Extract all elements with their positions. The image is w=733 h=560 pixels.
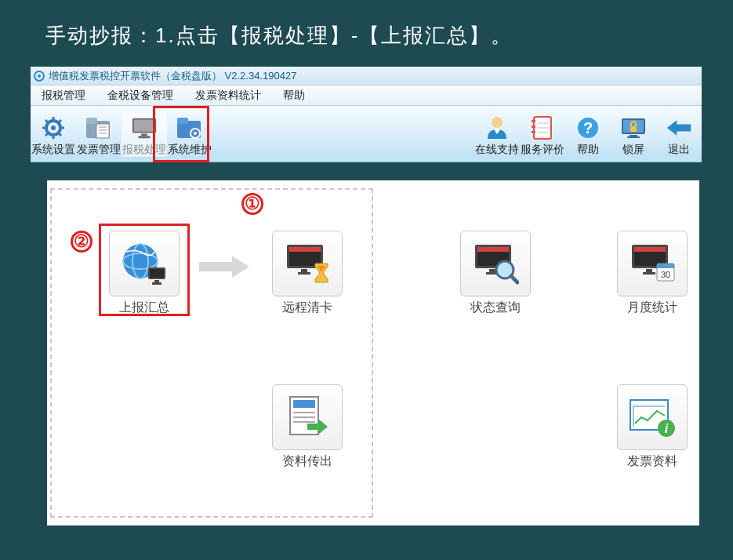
svg-rect-17 xyxy=(134,119,154,131)
toolbar-system-settings[interactable]: 系统设置 xyxy=(31,111,76,157)
invoice-info-icon: i xyxy=(627,395,677,439)
svg-rect-36 xyxy=(630,126,637,132)
svg-line-57 xyxy=(511,276,517,282)
instruction-text: 手动抄报：1.点击【报税处理】-【上报汇总】。 xyxy=(45,22,513,49)
gear-icon xyxy=(40,115,67,141)
titlebar: 增值税发票税控开票软件（金税盘版） V2.2.34.190427 xyxy=(31,67,702,85)
svg-line-6 xyxy=(45,120,49,123)
tile-upload-summary[interactable]: 上报汇总 xyxy=(103,231,185,316)
question-icon: ? xyxy=(575,115,601,141)
svg-rect-43 xyxy=(150,269,164,278)
folder-gear-icon xyxy=(176,115,203,141)
toolbar-label: 系统维护 xyxy=(167,143,212,157)
menu-device-management[interactable]: 金税设备管理 xyxy=(96,89,184,103)
svg-point-1 xyxy=(51,125,56,130)
toolbar-system-maintenance[interactable]: 系统维护 xyxy=(167,111,212,157)
svg-rect-53 xyxy=(477,247,509,252)
svg-rect-12 xyxy=(96,124,109,138)
svg-rect-64 xyxy=(657,264,674,268)
globe-monitor-icon xyxy=(120,241,169,286)
tile-label: 资料传出 xyxy=(267,453,348,470)
tile-monthly-stats[interactable]: 30 月度统计 xyxy=(611,231,693,316)
svg-line-8 xyxy=(58,120,61,123)
svg-text:i: i xyxy=(665,422,669,435)
tile-label: 上报汇总 xyxy=(103,300,185,316)
toolbar-label: 帮助 xyxy=(565,143,611,157)
svg-line-9 xyxy=(45,133,49,136)
toolbar-lock-screen[interactable]: 锁屏 xyxy=(611,111,656,157)
toolbar-label: 退出 xyxy=(656,143,702,157)
toolbar-label: 发票管理 xyxy=(76,143,122,157)
svg-rect-37 xyxy=(630,135,637,136)
svg-rect-49 xyxy=(301,269,307,272)
toolbar-help[interactable]: ? 帮助 xyxy=(565,111,611,157)
document-export-icon xyxy=(285,394,329,441)
toolbar-label: 锁屏 xyxy=(611,143,656,157)
tile-remote-clear[interactable]: 远程清卡 xyxy=(267,231,348,316)
svg-rect-48 xyxy=(289,247,321,252)
window-title: 增值税发票税控开票软件（金税盘版） V2.2.34.190427 xyxy=(49,69,296,83)
callout-2: ② xyxy=(71,231,93,253)
svg-point-23 xyxy=(194,132,197,135)
toolbar-invoice-management[interactable]: 发票管理 xyxy=(76,111,122,157)
svg-rect-21 xyxy=(177,118,188,124)
svg-text:?: ? xyxy=(583,119,593,136)
svg-rect-19 xyxy=(138,136,150,138)
svg-rect-60 xyxy=(634,247,666,252)
toolbar-label: 报税处理 xyxy=(122,143,167,157)
svg-rect-38 xyxy=(627,136,640,138)
tile-label: 远程清卡 xyxy=(267,300,348,316)
app-icon xyxy=(34,71,45,82)
content-area: ① ② 上报汇总 xyxy=(47,180,699,525)
menu-help[interactable]: 帮助 xyxy=(272,89,316,103)
svg-rect-54 xyxy=(489,269,495,272)
tile-label: 状态查询 xyxy=(455,300,536,316)
svg-rect-18 xyxy=(141,133,147,136)
back-arrow-icon xyxy=(666,115,692,141)
tile-data-export[interactable]: 资料传出 xyxy=(267,384,348,470)
svg-rect-62 xyxy=(643,272,655,275)
toolbar-online-support[interactable]: 在线支持 xyxy=(474,111,520,157)
toolbar-label: 服务评价 xyxy=(520,143,565,157)
tile-label: 发票资料 xyxy=(611,453,693,470)
tile-status-query[interactable]: 状态查询 xyxy=(455,231,536,316)
svg-rect-11 xyxy=(86,118,97,124)
app-window: 增值税发票税控开票软件（金税盘版） V2.2.34.190427 报税管理 金税… xyxy=(31,67,702,162)
tile-invoice-data[interactable]: i 发票资料 xyxy=(611,384,693,470)
svg-rect-50 xyxy=(298,272,310,275)
monitor-magnify-icon xyxy=(472,242,519,285)
svg-point-24 xyxy=(492,117,503,128)
folder-doc-icon xyxy=(85,115,112,141)
monitor-hourglass-icon xyxy=(284,242,331,285)
menu-invoice-stats[interactable]: 发票资料统计 xyxy=(184,89,272,103)
toolbar-service-rating[interactable]: 服务评价 xyxy=(520,111,565,157)
svg-rect-28 xyxy=(532,131,535,133)
toolbar-tax-processing[interactable]: 报税处理 xyxy=(122,111,167,157)
monitor-calendar-icon: 30 xyxy=(629,242,676,285)
person-icon xyxy=(484,115,510,141)
svg-text:30: 30 xyxy=(661,270,670,279)
callout-1: ① xyxy=(241,193,263,215)
svg-line-7 xyxy=(58,133,61,136)
lock-screen-icon xyxy=(620,115,647,141)
arrow-icon xyxy=(198,253,252,281)
toolbar-exit[interactable]: 退出 xyxy=(656,111,702,157)
svg-rect-61 xyxy=(646,269,652,272)
toolbar-label: 在线支持 xyxy=(474,143,520,157)
notebook-icon xyxy=(529,115,556,141)
toolbar-label: 系统设置 xyxy=(31,143,76,157)
svg-rect-26 xyxy=(532,120,535,122)
toolbar: 系统设置 发票管理 报税处理 xyxy=(31,106,702,162)
svg-rect-45 xyxy=(152,282,161,285)
svg-rect-44 xyxy=(154,280,159,282)
svg-rect-67 xyxy=(293,400,315,408)
tile-label: 月度统计 xyxy=(611,300,693,316)
svg-rect-27 xyxy=(532,125,535,128)
monitor-icon xyxy=(131,115,158,141)
menu-tax-management[interactable]: 报税管理 xyxy=(31,89,96,103)
menubar: 报税管理 金税设备管理 发票资料统计 帮助 xyxy=(31,85,702,106)
